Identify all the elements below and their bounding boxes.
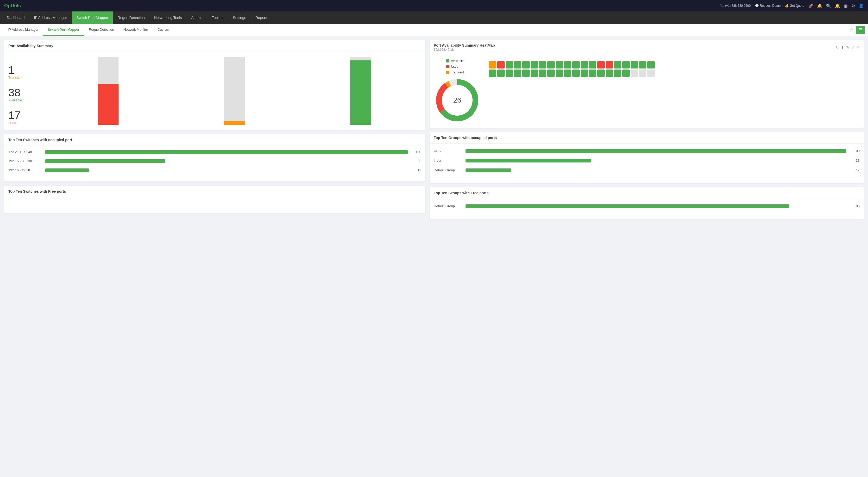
used-stat: 17 Used <box>8 110 42 125</box>
groups-bar-value: 100 <box>849 149 860 153</box>
bar-value: 100 <box>411 150 421 154</box>
heatmap-cell[interactable] <box>531 61 538 68</box>
heatmap-cell[interactable] <box>522 69 530 77</box>
heatmap-cell[interactable] <box>556 69 563 77</box>
favorite-star[interactable]: ☆ <box>849 27 854 33</box>
groups-bar-value: 12 <box>849 168 860 172</box>
groups-bar <box>466 149 846 153</box>
top-groups-occupied-header: Top Ten Groups with occupied ports <box>430 132 864 144</box>
search-icon[interactable]: 🔍 <box>826 3 831 8</box>
alert-icon[interactable]: 🔔 <box>835 3 840 8</box>
heatmap-cell[interactable] <box>572 69 580 77</box>
heatmap-cell[interactable] <box>581 61 588 68</box>
heatmap-cell[interactable] <box>606 61 613 68</box>
groups-bar-label: USA <box>434 149 462 153</box>
bar-label: 192.168.50.130 <box>8 159 42 163</box>
navbar-item-reports[interactable]: Reports <box>251 11 273 24</box>
left-column: Port Availability Summary 1 Transient 38… <box>4 40 425 223</box>
heatmap-cell[interactable] <box>622 69 630 77</box>
heatmap-edit-button[interactable]: ✎ <box>846 45 849 50</box>
legend-item-transient: Transient <box>446 70 464 74</box>
groups-bar-value: 33 <box>849 159 860 162</box>
heatmap-cell[interactable] <box>606 69 613 77</box>
heatmap-cell[interactable] <box>631 61 638 68</box>
heatmap-cell[interactable] <box>556 61 563 68</box>
rocket-icon[interactable]: 🚀 <box>808 3 813 8</box>
navbar-item-settings[interactable]: Settings <box>228 11 251 24</box>
user-icon[interactable]: 👤 <box>859 3 864 8</box>
heatmap-cell[interactable] <box>531 69 538 77</box>
topbar-icons: 🚀 🔔 🔍 🔔 ▦ ⚙ 👤 <box>808 3 864 8</box>
heatmap-cell[interactable] <box>514 69 521 77</box>
navbar-item-ip-address-manager[interactable]: IP Address Manager <box>29 11 72 24</box>
heatmap-actions: ↻ ⬇ ✎ ⤢ ✕ <box>836 45 860 50</box>
heatmap-cell[interactable] <box>547 61 555 68</box>
bar-col-1 <box>48 57 168 125</box>
groups-bar-wrap <box>466 168 846 172</box>
navbar-item-switch-port-mapper[interactable]: Switch Port Mapper <box>72 11 113 24</box>
heatmap-cell[interactable] <box>647 61 655 68</box>
heatmap-card-header: Port Availability Summary HeatMap 192.16… <box>430 40 864 55</box>
groups-bar-item: USA 100 <box>434 149 860 153</box>
top-switches-free-card: Top Ten Switches with Free ports <box>4 186 425 213</box>
heatmap-expand-button[interactable]: ⤢ <box>851 45 855 50</box>
heatmap-cell[interactable] <box>631 69 638 77</box>
heatmap-cell[interactable] <box>514 61 521 68</box>
subnav-item-network-monitor[interactable]: Network Monitor <box>119 24 153 36</box>
request-demo-link[interactable]: 💬 Request Demo <box>755 4 781 7</box>
subnav-menu-button[interactable]: ☰ <box>856 26 865 34</box>
heatmap-cell[interactable] <box>547 69 555 77</box>
heatmap-cell[interactable] <box>506 61 513 68</box>
notification-icon[interactable]: 🔔 <box>817 3 823 8</box>
heatmap-cell[interactable] <box>539 61 546 68</box>
heatmap-cell[interactable] <box>564 61 571 68</box>
top-groups-occupied-card: Top Ten Groups with occupied ports USA 1… <box>430 132 864 183</box>
heatmap-download-button[interactable]: ⬇ <box>841 45 844 50</box>
navbar: DashboardIP Address ManagerSwitch Port M… <box>0 11 868 24</box>
heatmap-cell[interactable] <box>597 69 604 77</box>
heatmap-cell[interactable] <box>572 61 580 68</box>
groups-bar-item: India 33 <box>434 159 860 162</box>
groups-bar-label: Default Group <box>434 168 462 172</box>
heatmap-close-button[interactable]: ✕ <box>857 45 860 50</box>
subnav-item-custom[interactable]: Custom <box>153 24 174 36</box>
navbar-item-networking-tools[interactable]: Networking Tools <box>150 11 187 24</box>
navbar-item-toolset[interactable]: Toolset <box>207 11 228 24</box>
get-quote-link[interactable]: 💰 Get Quote <box>785 4 804 7</box>
heatmap-cell[interactable] <box>581 69 588 77</box>
heatmap-cell[interactable] <box>639 69 646 77</box>
phone-link[interactable]: 📞 (+1) 888 720 9500 <box>720 4 750 7</box>
heatmap-cell[interactable] <box>497 61 505 68</box>
heatmap-cell[interactable] <box>589 61 596 68</box>
heatmap-cell[interactable] <box>614 61 621 68</box>
navbar-item-alarms[interactable]: Alarms <box>187 11 207 24</box>
subnav-item-ip-address-manager[interactable]: IP Address Manager <box>3 24 43 36</box>
bar-wrap <box>45 159 408 163</box>
heatmap-cell[interactable] <box>614 69 621 77</box>
heatmap-cell[interactable] <box>597 61 604 68</box>
heatmap-cell[interactable] <box>639 61 646 68</box>
bar-list-item: 192.168.50.130 33 <box>8 159 421 163</box>
heatmap-cell[interactable] <box>564 69 571 77</box>
heatmap-cell[interactable] <box>522 61 530 68</box>
heatmap-cell[interactable] <box>589 69 596 77</box>
heatmap-cell[interactable] <box>489 69 496 77</box>
available-stat: 38 Available <box>8 87 42 102</box>
navbar-item-dashboard[interactable]: Dashboard <box>2 11 29 24</box>
heatmap-cell[interactable] <box>622 61 630 68</box>
heatmap-cell[interactable] <box>539 69 546 77</box>
gear-icon[interactable]: ⚙ <box>851 3 855 8</box>
grid-icon[interactable]: ▦ <box>844 3 848 8</box>
port-availability-summary-card: Port Availability Summary 1 Transient 38… <box>4 40 425 130</box>
top-groups-free-header: Top Ten Groups with Free ports <box>430 187 864 199</box>
heatmap-refresh-button[interactable]: ↻ <box>836 45 839 50</box>
subnav-item-rogue-detection[interactable]: Rogue Detection <box>84 24 119 36</box>
groups-bar-wrap <box>466 149 846 153</box>
subnav-item-switch-port-mapper[interactable]: Switch Port Mapper <box>43 24 84 36</box>
navbar-item-rogue-detection[interactable]: Rogue Detection <box>113 11 149 24</box>
legend-item-available: Available <box>446 59 464 63</box>
heatmap-cell[interactable] <box>489 61 496 68</box>
heatmap-cell[interactable] <box>506 69 513 77</box>
heatmap-cell[interactable] <box>497 69 505 77</box>
heatmap-cell[interactable] <box>647 69 655 77</box>
